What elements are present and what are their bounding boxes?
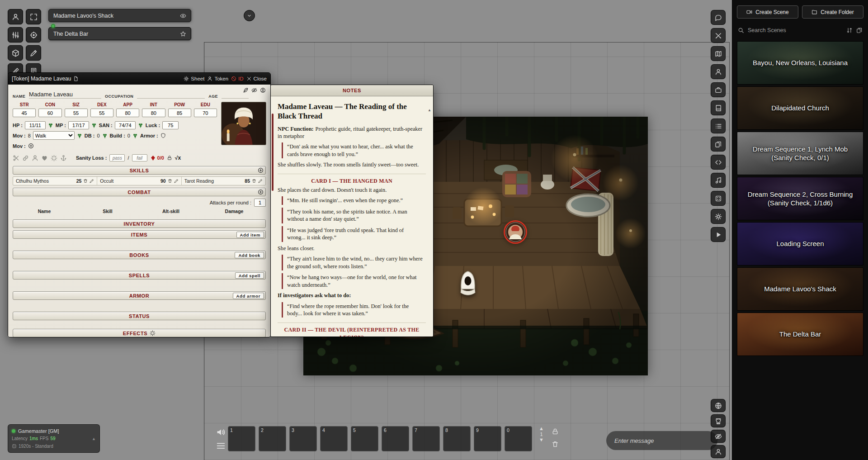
chat-message-input[interactable]	[606, 431, 717, 450]
characteristic-value[interactable]	[38, 109, 61, 117]
tab-items[interactable]	[711, 82, 726, 97]
gait-select[interactable]: Walk	[33, 131, 75, 140]
speaker-icon[interactable]	[216, 427, 226, 437]
trash-icon[interactable]	[83, 179, 88, 183]
scene-item[interactable]: The Delta Bar	[737, 313, 863, 356]
feather-icon[interactable]	[243, 87, 249, 93]
trash-icon[interactable]	[552, 441, 559, 448]
edit-icon[interactable]	[90, 179, 94, 183]
tab-actors[interactable]	[711, 64, 726, 79]
token-hooded-figure[interactable]	[457, 270, 479, 296]
edit-icon[interactable]	[258, 179, 263, 183]
occupation-field[interactable]	[137, 90, 205, 99]
add-skill-button[interactable]	[258, 167, 264, 173]
skill-value[interactable]: 25	[76, 178, 82, 184]
tab-tables[interactable]	[711, 119, 726, 133]
notes-scrollbar-thumb[interactable]	[272, 114, 274, 191]
macro-slot[interactable]: 0	[505, 426, 532, 451]
characteristic-label[interactable]: APP	[116, 102, 139, 107]
tab-macros[interactable]	[711, 155, 726, 170]
tab-combat[interactable]	[711, 28, 726, 43]
anchor-icon[interactable]	[60, 155, 67, 161]
tool-select[interactable]	[26, 9, 41, 24]
characteristic-value[interactable]	[65, 109, 88, 117]
mov-value[interactable]: 8	[28, 133, 31, 138]
characteristic-value[interactable]	[194, 109, 217, 117]
tab-scenes[interactable]	[711, 46, 726, 61]
view-mode-icon[interactable]	[856, 27, 863, 33]
hide-ui-button[interactable]	[711, 430, 726, 443]
skill-entry[interactable]: Tarot Reading 85	[181, 177, 265, 185]
san-value[interactable]	[115, 121, 136, 129]
trash-icon[interactable]	[168, 179, 172, 183]
add-spell-button[interactable]: Add spell	[235, 272, 264, 279]
player-list[interactable]: Gamemaster [GM] Latency 1ms FPS 59 ▲ 192…	[8, 424, 100, 453]
tool-tiles[interactable]	[8, 45, 23, 61]
san-label[interactable]: SAN :	[99, 123, 113, 128]
macro-slot[interactable]: 6	[382, 426, 409, 451]
tool-target[interactable]	[26, 27, 41, 43]
scene-item[interactable]: Madame Lavoo's Shack	[737, 267, 863, 311]
formula-toggle[interactable]: √x	[175, 155, 181, 161]
characteristic-label[interactable]: POW	[168, 102, 191, 107]
characteristic-value[interactable]	[116, 109, 139, 117]
tool-token[interactable]	[8, 9, 23, 24]
macro-slot[interactable]: 9	[474, 426, 501, 451]
characteristic-value[interactable]	[90, 109, 113, 117]
token-config-button[interactable]: Token	[207, 76, 228, 81]
characteristic-label[interactable]: DEX	[90, 102, 113, 107]
token-madame-laveau-selected[interactable]	[504, 220, 527, 244]
edit-icon[interactable]	[174, 179, 179, 183]
page-up-button[interactable]: ▲	[539, 426, 544, 431]
effects-icon[interactable]	[150, 330, 156, 336]
trash-icon[interactable]	[252, 179, 256, 183]
scene-nav-item[interactable]: The Delta Bar	[48, 27, 191, 40]
characteristic-value[interactable]	[13, 109, 36, 117]
clover-icon[interactable]	[91, 123, 97, 128]
characteristic-label[interactable]: EDU	[194, 102, 217, 107]
skill-entry[interactable]: Cthulhu Mythos 25	[13, 177, 97, 185]
scene-nav-status-icon[interactable]	[180, 31, 186, 37]
luck-label[interactable]: Luck :	[146, 123, 160, 128]
skill-name[interactable]: Tarot Reading	[184, 178, 243, 184]
create-scene-button[interactable]: Create Scene	[737, 5, 798, 19]
macro-slot[interactable]: 8	[443, 426, 471, 451]
characteristic-value[interactable]	[168, 109, 191, 117]
add-item-button[interactable]: Add item	[236, 232, 264, 238]
db-value[interactable]: 0	[97, 133, 99, 138]
link-icon[interactable]	[22, 155, 29, 161]
characteristic-label[interactable]: CON	[38, 102, 61, 107]
tab-cards[interactable]	[711, 137, 726, 152]
prone-icon[interactable]	[32, 155, 38, 161]
add-book-button[interactable]: Add book	[235, 252, 264, 258]
characteristic-label[interactable]: SIZ	[65, 102, 88, 107]
tower-button[interactable]	[711, 414, 726, 427]
scissors-icon[interactable]	[13, 155, 19, 161]
luck-value[interactable]	[162, 121, 179, 129]
tab-journal[interactable]	[711, 100, 726, 115]
tab-compendium[interactable]	[711, 191, 726, 206]
d10-die-icon[interactable]	[150, 155, 156, 161]
build-value[interactable]: 0	[127, 133, 130, 138]
tool-draw[interactable]	[26, 45, 41, 61]
clover-icon[interactable]	[132, 133, 138, 138]
tool-measure[interactable]	[8, 27, 23, 43]
skill-name[interactable]: Occult	[100, 178, 159, 184]
macro-slot[interactable]: 1	[228, 426, 255, 451]
eye-slash-icon[interactable]	[251, 87, 257, 93]
macro-slot[interactable]: 3	[289, 426, 317, 451]
scene-item[interactable]: Dream Sequence 1, Lynch Mob (Sanity Chec…	[737, 132, 863, 175]
clover-icon[interactable]	[77, 133, 82, 138]
sanity-fail-field[interactable]	[132, 154, 147, 161]
skill-entry[interactable]: Occult 90	[97, 177, 181, 185]
clover-icon[interactable]	[102, 133, 108, 138]
sanity-roll-group[interactable]: 0/0	[150, 155, 164, 161]
add-armor-button[interactable]: Add armor	[233, 293, 264, 299]
skill-value[interactable]: 90	[160, 178, 166, 184]
scene-nav-status-icon[interactable]	[180, 13, 186, 19]
clover-icon[interactable]	[138, 123, 143, 128]
plus-circle-icon[interactable]	[28, 143, 34, 149]
scene-item[interactable]: Dream Sequence 2, Cross Burning (Sanity …	[737, 177, 863, 220]
heart-icon[interactable]	[41, 155, 48, 161]
name-field[interactable]	[29, 90, 101, 99]
